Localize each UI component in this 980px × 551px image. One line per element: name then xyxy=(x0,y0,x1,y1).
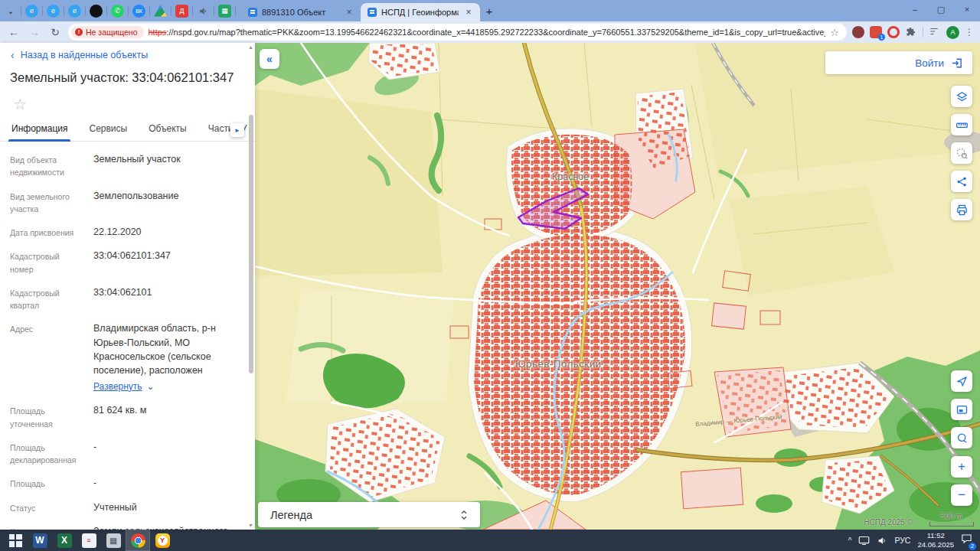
scroll-up-icon[interactable]: ▲ xyxy=(247,44,254,50)
map-graphics xyxy=(255,43,980,530)
puzzle-extension-icon[interactable] xyxy=(905,26,917,38)
taskbar-yandex[interactable]: Y xyxy=(150,530,175,551)
tab-object[interactable]: 8891310 Объект × xyxy=(241,3,361,21)
sheets-green-icon[interactable]: ▦ xyxy=(218,5,231,18)
collapse-panel-button[interactable]: « xyxy=(260,49,279,69)
panel-scrollbar[interactable]: ▲ ▼ xyxy=(247,43,255,530)
legend-bar[interactable]: Легенда xyxy=(258,502,480,527)
notification-center[interactable]: 2 xyxy=(961,533,972,547)
opera-ring-icon[interactable] xyxy=(887,26,900,38)
address-bar[interactable]: ! Не защищено https://nspd.gov.ru/map?th… xyxy=(68,24,847,41)
tab-information[interactable]: Информация xyxy=(10,123,69,141)
window-controls: – ▢ × xyxy=(902,0,980,18)
print-button[interactable] xyxy=(951,199,972,220)
tab-favicon xyxy=(368,8,377,17)
windows-logo-icon xyxy=(9,534,22,547)
speaker-icon[interactable] xyxy=(197,5,210,18)
copyright-text: НСПД 2025 © xyxy=(864,518,913,527)
adguard-shield-icon[interactable] xyxy=(852,26,864,38)
info-row: Категория земель Земли сельскохозяйствен… xyxy=(10,524,240,530)
red-extension-icon[interactable]: 1 xyxy=(870,26,882,38)
kebab-menu-icon[interactable]: ⋮ xyxy=(965,27,974,37)
info-row: Кадастровый квартал 33:04:062101 xyxy=(10,285,240,312)
info-row: Вид земельного участка Землепользование xyxy=(10,189,240,216)
language-indicator[interactable]: РУС xyxy=(894,536,910,545)
login-arrow-icon xyxy=(950,57,963,70)
locate-button[interactable] xyxy=(951,370,972,392)
document-app-icon: ≡ xyxy=(82,533,96,548)
expand-address-link[interactable]: Развернуть ⌄ xyxy=(93,380,240,393)
info-row: Кадастровый номер 33:04:062101:347 xyxy=(10,249,240,276)
favorite-star-button[interactable]: ☆ xyxy=(10,94,30,114)
scroll-down-icon[interactable]: ▼ xyxy=(247,523,254,528)
security-badge[interactable]: ! Не защищено xyxy=(71,26,144,38)
profile-avatar[interactable]: A xyxy=(946,26,959,39)
taskbar-system-app[interactable]: ▤ xyxy=(101,530,126,551)
reload-icon[interactable]: ↻ xyxy=(47,26,63,38)
locate-icon xyxy=(956,375,969,388)
scrollbar-thumb[interactable] xyxy=(249,115,253,373)
forward-icon[interactable]: → xyxy=(27,26,42,38)
select-area-icon xyxy=(956,147,969,160)
taskbar-word[interactable]: W xyxy=(28,530,52,551)
tab-close-icon[interactable]: × xyxy=(344,7,354,18)
maximize-button[interactable]: ▢ xyxy=(928,0,954,18)
system-app-icon: ▤ xyxy=(106,533,121,548)
search-loupe-icon xyxy=(956,432,969,445)
object-info-panel: ‹ Назад в найденные объекты Земельный уч… xyxy=(0,43,255,530)
tray-expand-icon[interactable]: ^ xyxy=(848,536,852,545)
layers-button[interactable] xyxy=(951,86,972,107)
vk-icon[interactable]: ВК xyxy=(132,5,145,18)
dzen-red-icon[interactable]: Д xyxy=(175,5,188,18)
clock[interactable]: 11:52 24.06.2025 xyxy=(917,531,954,549)
tab-favicon xyxy=(248,8,257,17)
close-button[interactable]: × xyxy=(954,0,980,18)
taskbar-document-app[interactable]: ≡ xyxy=(77,530,101,551)
display-icon[interactable] xyxy=(858,536,870,546)
back-icon[interactable]: ← xyxy=(6,26,21,38)
measure-button[interactable] xyxy=(951,114,972,135)
minimize-button[interactable]: – xyxy=(902,0,928,18)
page-title: Земельный участок: 33:04:062101:347 xyxy=(0,63,255,86)
bookmark-star-icon[interactable]: ☆ xyxy=(830,27,839,38)
layers-icon xyxy=(956,90,969,103)
more-tabs-button[interactable]: ► xyxy=(230,123,244,137)
search-loupe-button[interactable] xyxy=(951,427,972,448)
select-area-button[interactable] xyxy=(951,142,972,164)
tab-nspd-active[interactable]: НСПД | Геоинформационный × xyxy=(361,3,480,21)
new-tab-button[interactable]: + xyxy=(480,5,498,18)
tab-services[interactable]: Сервисы xyxy=(87,123,129,141)
zoom-in-button[interactable]: + xyxy=(951,456,972,478)
browser-blue-icon[interactable]: e xyxy=(68,5,81,18)
panel-tabs: Информация Сервисы Объекты Части ЗУ Сост… xyxy=(0,119,255,142)
info-row: Вид объекта недвижимости Земельный участ… xyxy=(10,152,240,179)
login-button[interactable]: Войти xyxy=(825,51,972,74)
tab-search-chevron-icon[interactable]: ⌄ xyxy=(5,7,17,15)
info-row: Площадь уточненная 81 624 кв. м xyxy=(10,403,240,430)
map-canvas[interactable]: Красное Юрьев-Польский Владимир — Юрьев-… xyxy=(255,43,980,530)
info-row-address: Адрес Владимирская область, р-н Юрьев-По… xyxy=(10,321,240,393)
zoom-out-button[interactable]: − xyxy=(951,484,972,506)
reading-list-icon[interactable] xyxy=(929,26,941,38)
taskbar-chrome-active[interactable] xyxy=(126,530,150,551)
taskbar-excel[interactable]: X xyxy=(52,530,77,551)
minimap-button[interactable] xyxy=(951,399,972,420)
url-text[interactable]: https://nspd.gov.ru/map?thematic=PKK&zoo… xyxy=(149,28,826,37)
share-button[interactable] xyxy=(951,171,972,192)
not-secure-icon: ! xyxy=(75,28,83,36)
browser-blue-icon[interactable]: e xyxy=(25,5,38,18)
cat-black-icon[interactable] xyxy=(90,5,103,18)
tab-close-icon[interactable]: × xyxy=(463,7,474,18)
google-drive-icon[interactable] xyxy=(154,5,167,18)
scale-bar: 500 m xyxy=(929,522,974,527)
chevron-down-icon: ⌄ xyxy=(147,380,155,393)
browser-blue-icon[interactable]: e xyxy=(47,5,60,18)
info-row: Площадь декларированная - xyxy=(10,440,240,467)
tab-objects[interactable]: Объекты xyxy=(147,123,188,141)
ruler-icon xyxy=(956,119,969,132)
volume-icon[interactable] xyxy=(877,536,887,546)
legend-toggle-icon[interactable] xyxy=(459,509,469,521)
back-to-results-link[interactable]: ‹ Назад в найденные объекты xyxy=(0,43,255,63)
start-button[interactable] xyxy=(3,530,28,551)
whatsapp-icon[interactable]: ✆ xyxy=(111,5,124,18)
